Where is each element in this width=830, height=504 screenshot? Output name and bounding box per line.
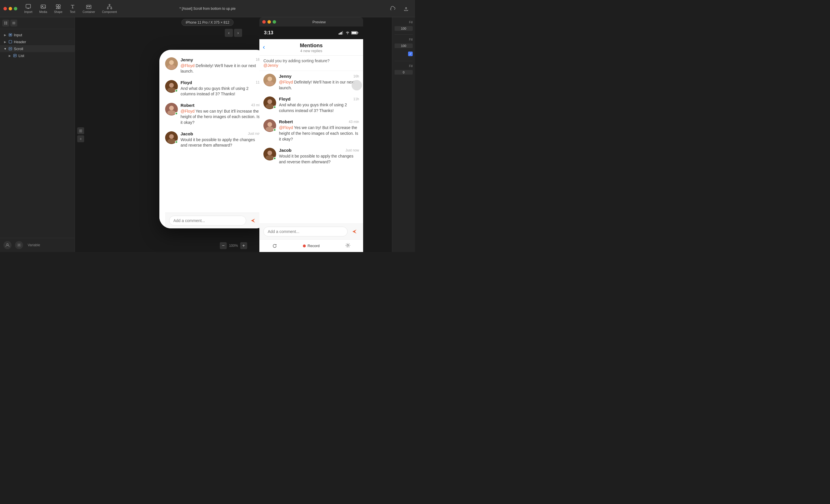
minimize-button[interactable] <box>9 7 12 10</box>
sidebar-item-header[interactable]: ▶ Header <box>0 38 75 45</box>
settings-icon[interactable] <box>15 241 23 249</box>
svg-point-4 <box>59 5 61 7</box>
preview-send-button[interactable] <box>350 227 359 236</box>
svg-point-44 <box>266 81 274 86</box>
preview-titlebar: Preview <box>259 17 363 27</box>
canvas-robert-online-dot <box>175 112 178 115</box>
layer-panel-btn[interactable] <box>10 20 17 27</box>
svg-point-27 <box>169 83 174 88</box>
nav-forward-button[interactable]: › <box>234 29 242 37</box>
fill-value-3[interactable]: 0 <box>394 70 413 75</box>
canvas-robert-body: Robert 43 min @Floyd Yes we can try! But… <box>181 103 262 126</box>
chevron-right-icon-2: ▶ <box>3 40 7 43</box>
wifi-icon <box>345 31 350 35</box>
svg-point-30 <box>169 106 174 110</box>
signal-icon <box>339 31 344 35</box>
preview-comment-input[interactable] <box>263 227 348 236</box>
container-icon <box>86 3 92 10</box>
sidebar-item-input[interactable]: ▶ Input <box>0 31 75 38</box>
device-selector[interactable]: iPhone 11 Pro / X 375 × 812 <box>181 19 233 26</box>
svg-rect-3 <box>56 5 58 7</box>
nav-back-button[interactable]: ‹ <box>225 29 233 37</box>
zoom-out-button[interactable]: − <box>220 242 227 249</box>
media-button[interactable]: Media <box>37 2 49 15</box>
preview-zoom-btn[interactable] <box>273 20 276 24</box>
container-button[interactable]: Container <box>81 2 97 15</box>
battery-icon <box>351 31 358 35</box>
canvas-floyd-text: And what do you guys think of using 2 co… <box>181 86 262 97</box>
sidebar-item-scroll[interactable]: ▼ Scroll <box>0 45 75 52</box>
cloud-button[interactable] <box>387 4 398 13</box>
svg-rect-18 <box>9 40 12 43</box>
user-icon[interactable] <box>3 241 11 249</box>
import-icon <box>25 3 31 10</box>
svg-rect-9 <box>109 4 110 5</box>
canvas-jenny-avatar <box>165 57 178 70</box>
page-panel-btn[interactable] <box>2 20 9 27</box>
loading-spinner <box>352 80 362 91</box>
svg-point-49 <box>267 122 272 127</box>
canvas-nav: ‹ › <box>225 29 242 37</box>
svg-rect-17 <box>9 34 11 35</box>
canvas-msg-jenny: Jenny 16h @Floyd Definitely! We'll have … <box>165 55 262 77</box>
canvas: ‹ › ⊞ + Jenny <box>75 17 392 252</box>
text-button[interactable]: Text <box>67 2 78 15</box>
record-button[interactable]: Record <box>303 244 320 248</box>
sidebar: ▶ Input ▶ Header <box>0 17 75 252</box>
canvas-comment-input[interactable] <box>169 216 246 226</box>
upload-icon <box>403 5 409 12</box>
shape-button[interactable]: Shape <box>52 2 65 15</box>
preview-close-btn[interactable] <box>262 20 266 24</box>
canvas-jacob-text: Would it be possible to apply the change… <box>181 137 262 148</box>
svg-rect-36 <box>340 33 341 35</box>
canvas-jenny-text: @Floyd Definitely! We'll have it in our … <box>181 63 262 74</box>
panel-toggle-button[interactable]: ⊞ <box>77 127 84 134</box>
back-button[interactable]: ‹ <box>263 43 265 51</box>
variable-label: Variable <box>28 243 40 247</box>
fill-value-2[interactable]: 100 <box>394 43 413 48</box>
svg-rect-15 <box>6 23 7 25</box>
canvas-jacob-online-dot <box>175 140 178 143</box>
component-button[interactable]: Component <box>100 2 119 15</box>
record-dot-icon <box>303 244 306 247</box>
close-button[interactable] <box>3 7 7 10</box>
window-title: * [Asset] Scroll from bottom to up.pie <box>180 7 236 11</box>
svg-point-47 <box>266 104 274 108</box>
preview-min-btn[interactable] <box>267 20 271 24</box>
import-button[interactable]: Import <box>22 2 35 15</box>
preview-floyd-online-dot <box>273 106 276 108</box>
preview-intro-snippet: Could you try adding sorting feature? @J… <box>259 56 363 71</box>
component-icon-small <box>8 33 13 37</box>
record-label: Record <box>308 244 320 248</box>
mentions-title: Mentions <box>264 43 358 49</box>
status-icons <box>339 31 358 35</box>
fill-label-3: Fill <box>394 65 413 68</box>
preview-statusbar: 3:13 <box>259 27 363 39</box>
upload-button[interactable] <box>401 4 412 13</box>
svg-rect-7 <box>87 6 89 7</box>
sidebar-item-list[interactable]: ▶ List <box>0 52 75 59</box>
zoom-in-button[interactable]: + <box>240 242 247 249</box>
canvas-send-button[interactable] <box>248 216 258 225</box>
fill-value-1[interactable]: 100 <box>394 26 413 31</box>
settings-gear-button[interactable] <box>345 243 350 249</box>
add-button[interactable]: + <box>77 135 84 142</box>
chevron-right-icon: ▶ <box>3 33 7 37</box>
svg-rect-5 <box>59 7 60 9</box>
divider-1 <box>394 34 413 35</box>
toolbar-right <box>387 4 412 13</box>
media-icon <box>40 3 46 10</box>
svg-point-28 <box>167 88 175 92</box>
preview-jacob-avatar-wrap <box>263 148 276 160</box>
refresh-button[interactable] <box>272 243 277 248</box>
preview-mentions-header: ‹ Mentions 4 new replies <box>259 39 363 56</box>
sidebar-footer: Variable <box>0 238 75 252</box>
canvas-comment-area <box>165 212 262 228</box>
window-controls <box>3 7 17 10</box>
fill-checkbox[interactable]: ✓ <box>408 52 413 56</box>
zoom-button[interactable] <box>14 7 17 10</box>
svg-rect-8 <box>89 6 90 7</box>
scroll-icon <box>8 46 13 51</box>
canvas-floyd-body: Floyd 11h And what do you guys think of … <box>181 80 262 97</box>
canvas-jenny-body: Jenny 16h @Floyd Definitely! We'll have … <box>181 57 262 74</box>
